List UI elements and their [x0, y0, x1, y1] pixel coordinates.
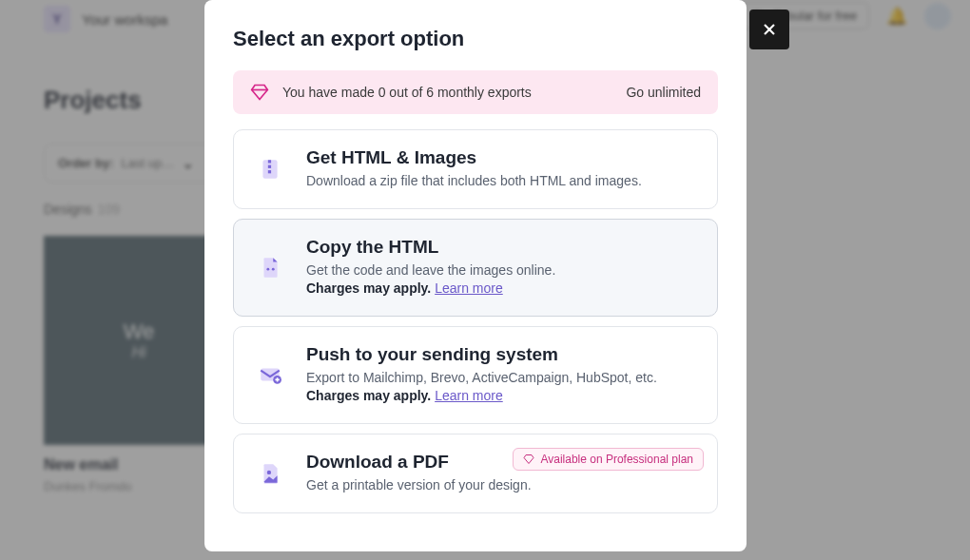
envelope-send-icon — [253, 357, 287, 392]
svg-rect-5 — [268, 170, 271, 173]
close-icon — [760, 20, 779, 39]
svg-rect-3 — [268, 160, 271, 163]
svg-rect-4 — [268, 164, 271, 167]
export-option-copy-html[interactable]: Copy the HTML Get the code and leave the… — [233, 219, 718, 317]
professional-badge: Available on Professional plan — [513, 448, 704, 471]
option-desc: Get the code and leave the images online… — [306, 261, 698, 299]
learn-more-link[interactable]: Learn more — [435, 388, 503, 403]
export-modal: Select an export option You have made 0 … — [204, 0, 747, 551]
diamond-icon — [523, 454, 534, 465]
svg-point-7 — [272, 268, 275, 271]
option-title: Copy the HTML — [306, 237, 698, 258]
svg-point-6 — [266, 268, 269, 271]
zip-icon — [253, 152, 287, 186]
option-desc: Download a zip file that includes both H… — [306, 172, 698, 191]
close-button[interactable] — [749, 10, 789, 49]
option-desc: Get a printable version of your design. — [306, 476, 698, 495]
quota-banner: You have made 0 out of 6 monthly exports… — [233, 70, 718, 114]
export-option-pdf[interactable]: Available on Professional plan Download … — [233, 434, 718, 513]
option-title: Push to your sending system — [306, 344, 698, 365]
quota-text: You have made 0 out of 6 monthly exports — [282, 85, 612, 100]
export-option-push[interactable]: Push to your sending system Export to Ma… — [233, 326, 718, 424]
modal-title: Select an export option — [233, 27, 718, 51]
svg-point-10 — [267, 471, 271, 474]
image-file-icon — [253, 456, 287, 491]
file-code-icon — [253, 250, 287, 284]
option-desc: Export to Mailchimp, Brevo, ActiveCampai… — [306, 369, 698, 406]
export-option-html-images[interactable]: Get HTML & Images Download a zip file th… — [233, 129, 718, 209]
diamond-icon — [250, 83, 269, 102]
learn-more-link[interactable]: Learn more — [435, 280, 503, 296]
go-unlimited-link[interactable]: Go unlimited — [626, 85, 701, 100]
option-title: Get HTML & Images — [306, 147, 698, 168]
